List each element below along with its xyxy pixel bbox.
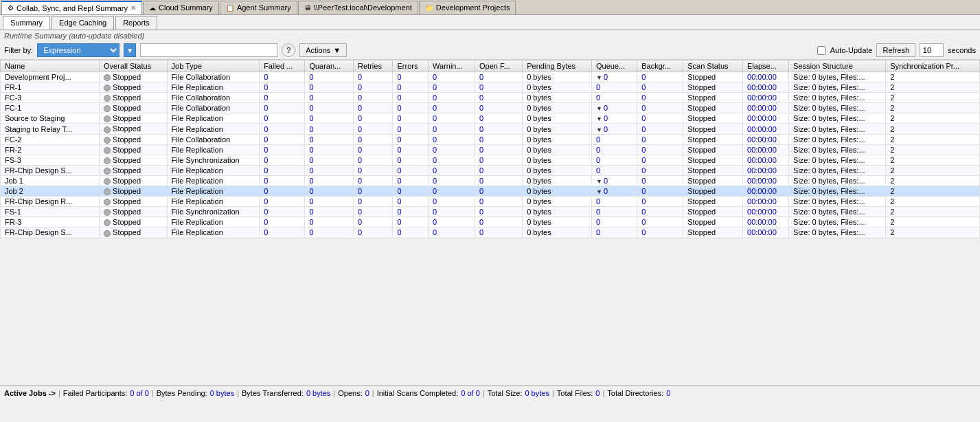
tab-agent[interactable]: 📋 Agent Summary [220, 1, 297, 14]
filter-expression-select[interactable]: Expression [37, 43, 119, 57]
col-header-openf[interactable]: Open F... [475, 60, 523, 72]
tab-peer[interactable]: 🖥 \\PeerTest.local\Development [298, 1, 418, 14]
col-header-backgr[interactable]: Backgr... [637, 60, 683, 72]
cell-name: FR-Chip Design R... [1, 197, 100, 207]
cell-session: Size: 0 bytes, Files:... [789, 165, 886, 175]
table-row[interactable]: Job 1 Stopped File Replication 0 0 0 0 0… [1, 175, 980, 186]
cell-queue: 0 [591, 155, 637, 165]
tab-main-close[interactable]: ✕ [130, 4, 136, 12]
col-header-name[interactable]: Name [1, 60, 100, 72]
status-total-dirs-label: Total Directories: [607, 389, 663, 397]
status-total-dirs-val[interactable]: 0 [666, 389, 670, 397]
status-bytes-pending-val[interactable]: 0 bytes [210, 389, 234, 397]
table-row[interactable]: FS-1 Stopped File Synchronization 0 0 0 … [1, 207, 980, 217]
filter-by-label: Filter by: [4, 46, 33, 54]
table-row[interactable]: Source to Staging Stopped File Replicati… [1, 113, 980, 124]
table-row[interactable]: FR-Chip Design R... Stopped File Replica… [1, 197, 980, 207]
status-opens-val[interactable]: 0 [365, 389, 369, 397]
auto-update-checkbox[interactable] [817, 46, 826, 55]
cell-status: Stopped [100, 217, 168, 227]
table-row[interactable]: FC-1 Stopped File Collaboration 0 0 0 0 … [1, 103, 980, 113]
tab-devproj[interactable]: 📁 Development Projects [419, 1, 516, 14]
col-header-warnings[interactable]: Warnin... [429, 60, 475, 72]
col-header-errors[interactable]: Errors [393, 60, 429, 72]
table-row[interactable]: FS-3 Stopped File Synchronization 0 0 0 … [1, 155, 980, 165]
cell-name: FS-1 [1, 207, 100, 217]
subtab-reports[interactable]: Reports [115, 16, 157, 30]
status-dot [104, 147, 111, 154]
table-row[interactable]: FR-3 Stopped File Replication 0 0 0 0 0 … [1, 217, 980, 227]
cell-queue: ▼0 [591, 186, 637, 197]
cell-session: Size: 0 bytes, Files:... [789, 134, 886, 144]
table-row[interactable]: FR-1 Stopped File Replication 0 0 0 0 0 … [1, 82, 980, 93]
subtab-summary[interactable]: Summary [3, 16, 50, 30]
cell-jobtype: File Collaboration [167, 134, 260, 144]
tab-cloud[interactable]: ☁ Cloud Summary [143, 1, 219, 14]
cell-scan: Stopped [683, 113, 743, 124]
col-header-retries[interactable]: Retries [354, 60, 393, 72]
cell-elapsed: 00:00:00 [743, 197, 789, 207]
cell-session: Size: 0 bytes, Files:... [789, 207, 886, 217]
table-row[interactable]: FR-2 Stopped File Replication 0 0 0 0 0 … [1, 144, 980, 155]
cell-failed: 0 [260, 165, 305, 175]
cell-errors: 0 [393, 175, 429, 186]
cell-failed: 0 [260, 207, 305, 217]
tab-peer-label: \\PeerTest.local\Development [314, 3, 412, 12]
cell-backgr: 0 [637, 103, 683, 113]
cell-quaran: 0 [305, 93, 354, 103]
cell-errors: 0 [393, 93, 429, 103]
cell-backgr: 0 [637, 72, 683, 82]
table-row[interactable]: Staging to Relay T... Stopped File Repli… [1, 124, 980, 134]
cell-retries: 0 [354, 103, 393, 113]
actions-button[interactable]: Actions ▼ [299, 43, 347, 57]
cell-sync: 2 [886, 165, 980, 175]
filter-bar: Filter by: Expression ▼ ? Actions ▼ Auto… [0, 41, 980, 60]
col-header-session[interactable]: Session Structure [789, 60, 886, 72]
filter-help-button[interactable]: ? [282, 43, 295, 57]
status-failed-label: Failed Participants: [63, 389, 128, 397]
table-row[interactable]: Job 2 Stopped File Replication 0 0 0 0 0… [1, 186, 980, 197]
col-header-sync[interactable]: Synchronization Pr... [886, 60, 980, 72]
cell-quaran: 0 [305, 82, 354, 93]
table-row[interactable]: FR-Chip Design S... Stopped File Replica… [1, 165, 980, 175]
cell-warnings: 0 [429, 207, 475, 217]
status-initial-scans-val[interactable]: 0 of 0 [461, 389, 480, 397]
cell-retries: 0 [354, 82, 393, 93]
table-row[interactable]: Development Proj... Stopped File Collabo… [1, 72, 980, 82]
cell-warnings: 0 [429, 93, 475, 103]
col-header-pending[interactable]: Pending Bytes [523, 60, 592, 72]
refresh-button[interactable]: Refresh [876, 43, 915, 57]
col-header-queue[interactable]: Queue... [591, 60, 637, 72]
jobs-table-container[interactable]: Name Overall Status Job Type Failed ... … [0, 60, 980, 386]
table-row[interactable]: FC-2 Stopped File Collaboration 0 0 0 0 … [1, 134, 980, 144]
col-header-quaran[interactable]: Quaran... [305, 60, 354, 72]
cell-failed: 0 [260, 197, 305, 207]
filter-text-input[interactable] [140, 43, 277, 57]
cell-name: FR-Chip Design S... [1, 165, 100, 175]
cell-queue: 0 [591, 165, 637, 175]
status-bytes-transferred-val[interactable]: 0 bytes [306, 389, 330, 397]
cell-pending: 0 bytes [523, 175, 592, 186]
col-header-failed[interactable]: Failed ... [260, 60, 305, 72]
table-row[interactable]: FR-Chip Design S... Stopped File Replica… [1, 227, 980, 238]
filter-dropdown-button[interactable]: ▼ [124, 43, 136, 57]
subtab-edge-caching[interactable]: Edge Caching [52, 16, 114, 30]
cell-backgr: 0 [637, 217, 683, 227]
cell-retries: 0 [354, 155, 393, 165]
col-header-jobtype[interactable]: Job Type [167, 60, 260, 72]
col-header-scan[interactable]: Scan Status [683, 60, 743, 72]
col-header-status[interactable]: Overall Status [100, 60, 168, 72]
cell-warnings: 0 [429, 82, 475, 93]
table-row[interactable]: FC-3 Stopped File Collaboration 0 0 0 0 … [1, 93, 980, 103]
status-failed-val[interactable]: 0 of 0 [130, 389, 149, 397]
status-total-files-val[interactable]: 0 [595, 389, 600, 397]
col-header-elapsed[interactable]: Elapse... [743, 60, 789, 72]
refresh-seconds-input[interactable] [920, 43, 944, 57]
cell-status: Stopped [100, 227, 168, 238]
cell-pending: 0 bytes [523, 93, 592, 103]
cell-queue: 0 [591, 217, 637, 227]
tab-main[interactable]: ⚙ Collab, Sync, and Repl Summary ✕ [1, 1, 142, 14]
status-total-size-val[interactable]: 0 bytes [525, 389, 549, 397]
tab-peer-icon: 🖥 [304, 4, 311, 12]
cell-elapsed: 00:00:00 [743, 82, 789, 93]
